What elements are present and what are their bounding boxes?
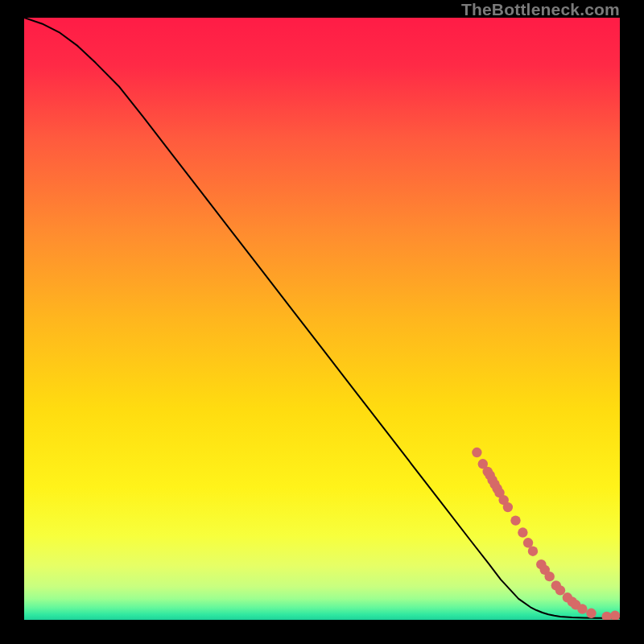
scatter-point: [555, 585, 565, 595]
chart-stage: TheBottleneck.com: [0, 0, 644, 644]
gradient-background: [24, 18, 620, 620]
scatter-point: [510, 515, 520, 525]
scatter-point: [528, 547, 538, 556]
scatter-point: [472, 448, 481, 457]
scatter-point: [577, 604, 587, 613]
scatter-point: [523, 538, 533, 547]
scatter-point: [503, 502, 513, 512]
scatter-point: [518, 527, 527, 537]
scatter-point: [586, 609, 596, 618]
watermark-text: TheBottleneck.com: [461, 0, 620, 19]
chart-plot: [24, 18, 620, 620]
scatter-point: [544, 572, 554, 581]
